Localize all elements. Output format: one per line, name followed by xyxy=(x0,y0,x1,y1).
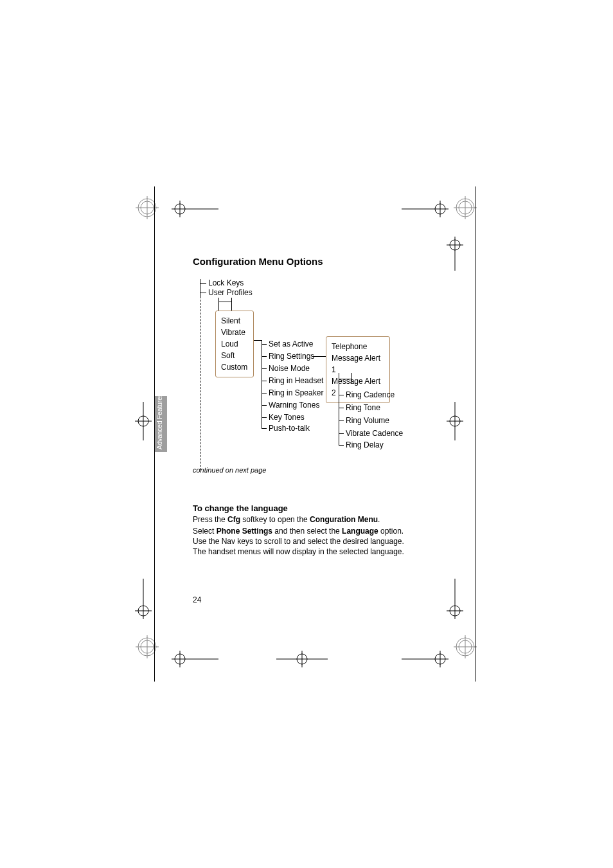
tree-item: Ring Settings xyxy=(269,352,314,361)
tree-item: Loud xyxy=(221,338,248,350)
tree-item: Warning Tones xyxy=(269,401,319,410)
tree-item: Ring in Headset xyxy=(269,376,323,385)
tree-item: Ring Delay xyxy=(346,440,384,449)
tree-item: Key Tones xyxy=(269,413,305,422)
tree-item: Ring Volume xyxy=(346,416,389,425)
tree-item: Lock Keys xyxy=(208,278,244,287)
profiles-box: Silent Vibrate Loud Soft Custom xyxy=(215,311,254,377)
menu-tree-diagram: Lock Keys User Profiles Silent Vibrate L… xyxy=(193,276,463,457)
paragraph: Select Phone Settings and then select th… xyxy=(193,526,411,557)
tree-item: Message Alert 1 xyxy=(332,352,384,375)
sidebar-label: Advanced Features xyxy=(156,393,163,449)
page-number: 24 xyxy=(193,595,201,604)
tree-item: Ring Tone xyxy=(346,403,380,412)
subsection-heading: To change the language xyxy=(193,503,288,513)
tree-item: Silent xyxy=(221,315,248,327)
tree-item: Soft xyxy=(221,350,248,361)
continued-note: continued on next page xyxy=(193,466,266,474)
tree-item: Vibrate xyxy=(221,327,248,338)
tree-item: Set as Active xyxy=(269,339,313,348)
tree-item: Custom xyxy=(221,361,248,373)
tree-item: Push-to-talk xyxy=(269,424,310,433)
tree-item: Telephone xyxy=(332,341,384,352)
tree-item: User Profiles xyxy=(208,288,253,297)
paragraph: Press the Cfg softkey to open the Congur… xyxy=(193,514,411,525)
tree-item: Noise Mode xyxy=(269,364,310,373)
tree-item: Ring in Speaker xyxy=(269,388,323,397)
section-title: Configuration Menu Options xyxy=(193,256,323,267)
tree-item: Vibrate Cadence xyxy=(346,429,403,438)
tree-item: Ring Cadence xyxy=(346,390,395,399)
